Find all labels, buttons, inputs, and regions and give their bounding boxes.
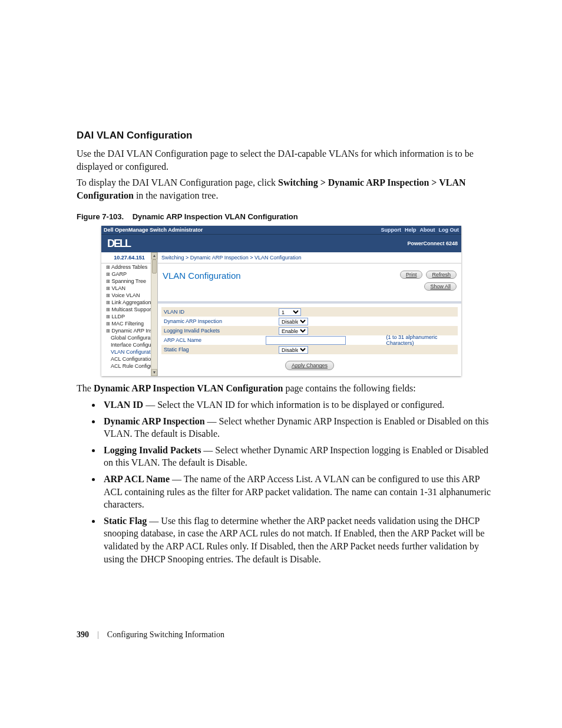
panel-header: VLAN Configuration Print Refresh Show Al… (158, 263, 461, 301)
document-page: DAI VLAN Configuration Use the DAI VLAN … (0, 0, 562, 728)
field-term: Logging Invalid Packets (104, 445, 201, 455)
logo-band: DELL PowerConnect 6248 (101, 234, 461, 252)
form-hint: (1 to 31 alphanumeric Characters) (384, 334, 458, 346)
toplink-log-out[interactable]: Log Out (439, 227, 459, 233)
field-description-item: Logging Invalid Packets — Select whether… (101, 444, 494, 469)
figure-title: Dynamic ARP Inspection VLAN Configuratio… (133, 212, 298, 221)
scroll-thumb[interactable] (152, 259, 157, 274)
form-label: VLAN ID (161, 309, 279, 315)
form-label: ARP ACL Name (161, 337, 266, 343)
after-bold: Dynamic ARP Inspection VLAN Configuratio… (94, 383, 283, 393)
section-title: DAI VLAN Configuration (77, 130, 494, 141)
field-term: Dynamic ARP Inspection (104, 416, 205, 426)
figure-caption: Figure 7-103. Dynamic ARP Inspection VLA… (77, 212, 494, 221)
nav-item[interactable]: ⊞ Voice VLAN (101, 292, 157, 299)
page-footer: 390 | Configuring Switching Information (77, 630, 224, 640)
nav-subitem[interactable]: Global Configurat (101, 334, 157, 341)
toplink-about[interactable]: About (420, 227, 435, 233)
nav-subitem[interactable]: VLAN Configurat (101, 348, 157, 355)
field-description-item: ARP ACL Name — The name of the ARP Acces… (101, 473, 494, 511)
form-row: Dynamic ARP InspectionDisable (161, 317, 458, 326)
nav-scrollbar[interactable]: ▲ ▼ (151, 252, 157, 376)
nav-subitem[interactable]: ACL Configuratio (101, 355, 157, 363)
app-topbar: Dell OpenManage Switch Administrator Sup… (101, 226, 461, 234)
form-select[interactable]: 1 (279, 308, 301, 316)
field-term: ARP ACL Name (104, 474, 170, 484)
intro-paragraph-1: Use the DAI VLAN Configuration page to s… (77, 147, 494, 173)
nav-subitem[interactable]: ACL Rule Configu (101, 363, 157, 370)
field-term: VLAN ID (104, 400, 143, 410)
footer-separator: | (97, 630, 99, 640)
scroll-down-icon[interactable]: ▼ (151, 369, 157, 376)
after-suffix: page contains the following fields: (285, 383, 415, 393)
field-term: Static Flag (104, 516, 147, 526)
field-description-item: Static Flag — Use this flag to determine… (101, 515, 494, 565)
dell-logo: DELL (101, 238, 407, 250)
nav-item[interactable]: ⊞ Dynamic ARP Inspe (101, 327, 157, 334)
nav-item[interactable]: ⊞ LLDP (101, 313, 157, 320)
form-label: Dynamic ARP Inspection (161, 318, 279, 324)
nav-item[interactable]: ⊞ GARP (101, 271, 157, 278)
field-desc: — Select the VLAN ID for which informati… (143, 400, 444, 410)
form-area: VLAN ID1Dynamic ARP InspectionDisableLog… (158, 301, 461, 375)
form-row: VLAN ID1 (161, 307, 458, 317)
footer-section-title: Configuring Switching Information (107, 630, 224, 640)
nav-subitem[interactable]: Interface Configu (101, 341, 157, 348)
form-select[interactable]: Disable (279, 318, 308, 325)
nav-item[interactable]: ⊞ VLAN (101, 285, 157, 292)
scroll-up-icon[interactable]: ▲ (151, 252, 157, 259)
nav-item[interactable]: ⊞ Multicast Support (101, 306, 157, 313)
intro-paragraph-2: To display the DAI VLAN Configuration pa… (77, 176, 494, 202)
field-description-item: VLAN ID — Select the VLAN ID for which i… (101, 398, 494, 411)
panel-title: VLAN Configuration (163, 271, 400, 281)
field-description-item: Dynamic ARP Inspection — Select whether … (101, 415, 494, 440)
figure-number: Figure 7-103. (77, 212, 124, 221)
form-select[interactable]: Enable (279, 327, 308, 335)
field-descriptions: VLAN ID — Select the VLAN ID for which i… (77, 398, 494, 565)
embedded-screenshot: Dell OpenManage Switch Administrator Sup… (101, 226, 461, 376)
show-all-button[interactable]: Show All (424, 282, 457, 291)
refresh-button[interactable]: Refresh (426, 271, 457, 279)
intro2-suffix: in the navigation tree. (136, 190, 219, 200)
field-desc: — Use this flag to determine whether the… (104, 516, 485, 564)
nav-item[interactable]: ⊞ Address Tables (101, 263, 157, 271)
nav-item[interactable]: ⊞ MAC Filtering (101, 320, 157, 327)
nav-tree: 10.27.64.151 ⊞ Address Tables⊞ GARP⊞ Spa… (101, 252, 158, 376)
form-select[interactable]: Disable (279, 346, 308, 354)
breadcrumb: Switching > Dynamic ARP Inspection > VLA… (158, 252, 461, 263)
after-prefix: The (77, 383, 94, 393)
device-ip: 10.27.64.151 (101, 252, 157, 263)
form-input[interactable] (266, 336, 346, 345)
form-row: Static FlagDisable (161, 345, 458, 354)
toplink-help[interactable]: Help (405, 227, 416, 233)
nav-item[interactable]: ⊞ Spanning Tree (101, 278, 157, 285)
apply-changes-button[interactable]: Apply Changes (285, 361, 334, 370)
device-model: PowerConnect 6248 (407, 241, 461, 246)
app-title: Dell OpenManage Switch Administrator (104, 227, 377, 233)
toplink-support[interactable]: Support (381, 227, 401, 233)
form-row: ARP ACL Name(1 to 31 alphanumeric Charac… (161, 335, 458, 345)
intro2-prefix: To display the DAI VLAN Configuration pa… (77, 177, 278, 187)
form-label: Logging Invalid Packets (161, 328, 279, 334)
page-number: 390 (77, 630, 89, 640)
form-label: Static Flag (161, 347, 279, 353)
nav-item[interactable]: ⊞ Link Aggregation (101, 299, 157, 306)
after-intro: The Dynamic ARP Inspection VLAN Configur… (77, 382, 494, 395)
print-button[interactable]: Print (400, 271, 423, 279)
